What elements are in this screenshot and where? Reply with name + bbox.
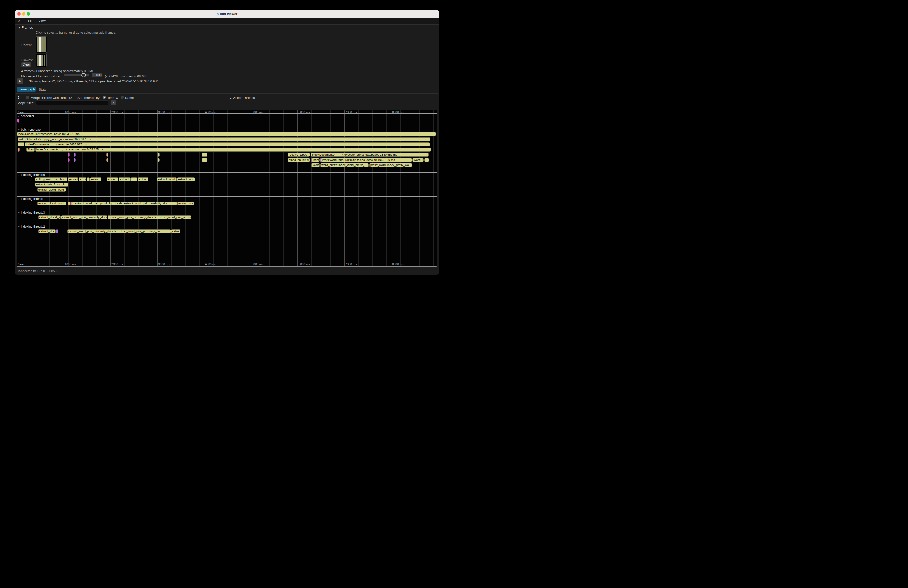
flamegraph-canvas[interactable]: 0 ms0 ms1000 ms1000 ms2000 ms2000 ms3000…	[16, 109, 437, 267]
scope-bar[interactable]	[106, 158, 108, 162]
frame-stripe[interactable]	[42, 55, 43, 66]
sort-direction-icon[interactable]: ⬇	[116, 96, 118, 100]
max-frames-value[interactable]: 18000	[92, 73, 102, 77]
clear-button[interactable]: Clear	[21, 63, 31, 67]
scope-bar[interactable]	[201, 153, 207, 157]
thread-header[interactable]: ▼ indexing-thread:3	[18, 211, 45, 214]
divider	[16, 86, 438, 86]
frames-header[interactable]: Frames	[21, 26, 33, 29]
play-button[interactable]: ▶	[18, 78, 23, 84]
tab-stats[interactable]: Stats	[39, 88, 47, 92]
scope-bar[interactable]: extract	[138, 177, 148, 182]
scope-bar[interactable]: extract_doc	[39, 229, 56, 233]
thread-collapse-icon[interactable]: ▼	[18, 174, 20, 177]
thread-header[interactable]: ▼ indexing-thread:2	[18, 225, 45, 228]
thread-collapse-icon[interactable]: ▼	[18, 129, 20, 131]
frame-stripe[interactable]	[41, 37, 43, 52]
merge-children-label[interactable]: Merge children with same ID	[31, 96, 71, 100]
thread-header[interactable]: ▼ indexing-thread:1	[18, 197, 45, 201]
scope-bar[interactable]	[18, 148, 20, 151]
scope-bar[interactable]	[131, 177, 137, 182]
menu-view[interactable]: View	[39, 19, 46, 23]
scope-bar[interactable]	[68, 158, 70, 162]
scope-bar[interactable]: extract_wo	[177, 201, 194, 206]
scope-bar[interactable]: word_prefix::index_word_prefix_	[320, 163, 369, 167]
thread-header[interactable]: ▼ indexing-thread:0	[18, 173, 45, 177]
scope-bar[interactable]	[17, 119, 19, 122]
scope-bar[interactable]: IndexDocuments<_, _>::execute_prefix_dat…	[311, 153, 429, 157]
scope-bar[interactable]	[201, 158, 207, 162]
scope-bar[interactable]	[68, 201, 70, 206]
slider-knob[interactable]	[81, 73, 86, 77]
scope-bar[interactable]: extra	[79, 177, 86, 182]
scope-bar[interactable]: extrac	[171, 229, 180, 233]
merge-children-checkbox[interactable]	[26, 96, 29, 99]
slowest-frames-thumbnail[interactable]	[35, 54, 47, 67]
scope-bar[interactable]	[158, 158, 159, 162]
scope-bar[interactable]: PrefixWordPairsProximityDocids::execute …	[321, 158, 412, 162]
frame-stripe[interactable]	[43, 37, 46, 52]
frame-stripe-selected[interactable]	[39, 55, 41, 66]
help-button[interactable]: ?	[18, 96, 20, 100]
scope-bar[interactable]	[68, 153, 70, 157]
scope-bar[interactable]: extract_word_pair_proximity_docids::extr…	[68, 229, 171, 233]
sort-name-radio[interactable]	[121, 96, 124, 99]
scope-bar[interactable]: typed_chunk::w	[288, 158, 310, 162]
menu-bar: ✳ File View	[14, 18, 440, 25]
scope-bar[interactable]: extract_docid_word	[37, 188, 66, 192]
scope-bar[interactable]: extract	[68, 177, 78, 182]
scope-bar[interactable]: extract_word	[157, 177, 177, 182]
scope-bar[interactable]	[56, 229, 58, 233]
frame-stripe-selected[interactable]	[39, 37, 41, 52]
scope-bar[interactable]: split_grenad_by_chun	[35, 177, 68, 182]
scope-bar[interactable]: extract_	[119, 177, 130, 182]
frames-collapse-icon[interactable]: ▼	[18, 27, 21, 29]
visible-threads-collapse-icon[interactable]: ▶	[230, 97, 232, 100]
thread-collapse-icon[interactable]: ▼	[18, 212, 20, 214]
clear-filter-button[interactable]: x	[111, 100, 116, 105]
scope-bar[interactable]: extract::data_from_ob	[35, 183, 68, 186]
scope-bar[interactable]: WordPr	[412, 158, 424, 162]
scope-filter-input[interactable]	[36, 100, 108, 105]
scope-bar[interactable]: receive_typed_	[288, 153, 310, 157]
frame-stripe[interactable]	[37, 37, 39, 52]
scope-bar[interactable]: extract_	[106, 177, 118, 182]
scope-bar[interactable]: extract_docid_word	[39, 215, 61, 219]
scope-bar[interactable]: IndexScheduler>::process_batch 8953.821 …	[17, 132, 436, 136]
scope-bar[interactable]: extract_word_pair_proximity_docids::extr…	[74, 201, 177, 206]
scope-bar[interactable]	[18, 143, 24, 146]
settings-icon[interactable]: ✳	[18, 19, 21, 23]
scope-bar[interactable]: Trans	[26, 148, 34, 151]
scope-bar[interactable]: extract_word_pair_proximity_docids	[61, 215, 107, 219]
thread-header[interactable]: ▼ batch-operation	[18, 128, 42, 131]
scope-bar[interactable]: prefix_word::index_prefix_wo	[369, 163, 412, 167]
scope-bar[interactable]: extract_docid_word	[37, 201, 66, 206]
visible-threads-header[interactable]: Visible Threads	[233, 96, 255, 100]
thread-header[interactable]: ▼ scheduler	[18, 114, 34, 118]
thread-collapse-icon[interactable]: ▼	[18, 226, 20, 228]
scope-bar[interactable]: extract_wo	[177, 177, 195, 182]
recent-frames-thumbnail[interactable]	[35, 36, 47, 53]
scope-bar[interactable]	[74, 158, 76, 162]
scope-bar[interactable]: extrac	[90, 177, 101, 182]
frame-stripe[interactable]	[43, 55, 45, 66]
scope-bar[interactable]	[158, 153, 159, 157]
scope-bar[interactable]: index	[311, 158, 319, 162]
scope-bar[interactable]	[74, 153, 76, 157]
frame-stripe[interactable]	[37, 55, 39, 66]
scope-bar[interactable]: IndexScheduler>::apply_index_operation 8…	[18, 137, 431, 141]
scope-bar[interactable]: IndexDocuments<_, _>::execute 8656.677 m…	[25, 143, 430, 146]
scope-bar[interactable]	[425, 158, 429, 162]
sort-name-label[interactable]: Name	[125, 96, 134, 100]
scope-bar[interactable]: extract_word_pair_proximity_docids::extr…	[108, 215, 192, 219]
menu-file[interactable]: File	[28, 19, 34, 23]
sort-time-radio[interactable]	[103, 96, 106, 99]
sort-time-label[interactable]: Time	[107, 96, 114, 100]
thread-collapse-icon[interactable]: ▼	[18, 198, 20, 201]
scope-bar[interactable]	[87, 177, 90, 182]
tab-flamegraph[interactable]: Flamegraph	[17, 87, 36, 92]
scope-bar[interactable]: Word	[311, 163, 319, 167]
scope-bar[interactable]: IndexDocuments<_, _>::execute_raw 8459.1…	[35, 148, 431, 151]
scope-bar[interactable]	[106, 153, 108, 157]
thread-collapse-icon[interactable]: ▼	[18, 115, 20, 117]
